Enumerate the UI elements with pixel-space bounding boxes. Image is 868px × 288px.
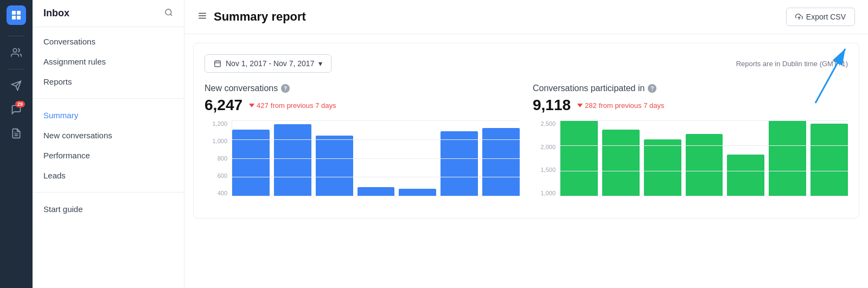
bar-g-5 bbox=[727, 155, 764, 196]
hamburger-icon[interactable] bbox=[197, 11, 207, 23]
metric-value-participated: 9,118 bbox=[533, 97, 571, 114]
page-title: Summary report bbox=[214, 10, 306, 24]
bar-5 bbox=[399, 189, 436, 196]
metric-header-new-conv: New conversations ? bbox=[205, 84, 520, 93]
nav-item-conversations[interactable]: Conversations bbox=[33, 31, 184, 52]
metric-change-participated: 282 from previous 7 days bbox=[577, 101, 664, 110]
metric-value-row-new-conv: 6,247 427 from previous 7 days bbox=[205, 97, 520, 114]
bar-g-6 bbox=[769, 120, 806, 196]
y-label: 600 bbox=[218, 172, 227, 179]
svg-rect-1 bbox=[17, 11, 21, 15]
y-label: 2,500 bbox=[540, 120, 556, 127]
y-axis-new-conv: 1,200 1,000 800 600 400 bbox=[205, 120, 229, 196]
report-area: Nov 1, 2017 - Nov 7, 2017 ▾ Reports are … bbox=[184, 34, 868, 288]
change-text-new-conv: from previous 7 days bbox=[271, 101, 336, 110]
bars-new-conv bbox=[232, 120, 520, 196]
nav-item-performance[interactable]: Performance bbox=[33, 145, 184, 165]
nav-title: Inbox bbox=[43, 8, 69, 19]
metric-header-participated: Conversations participated in ? bbox=[533, 84, 848, 93]
bar-4 bbox=[358, 187, 395, 196]
metric-value-row-participated: 9,118 282 from previous 7 days bbox=[533, 97, 848, 114]
bar-6 bbox=[441, 131, 478, 196]
metric-label-new-conv: New conversations bbox=[205, 84, 278, 93]
svg-point-4 bbox=[13, 49, 17, 53]
change-value-participated: 282 bbox=[585, 101, 597, 110]
y-label: 2,000 bbox=[540, 144, 556, 150]
bar-7 bbox=[482, 128, 520, 196]
bar-g-7 bbox=[810, 124, 848, 196]
notification-badge: 29 bbox=[15, 101, 25, 107]
icon-strip: 29 bbox=[0, 0, 33, 288]
header-left: Summary report bbox=[197, 10, 306, 24]
down-arrow-icon-new-conv bbox=[249, 104, 254, 107]
chart-participated: 2,500 2,000 1,500 1,000 bbox=[533, 120, 848, 207]
change-text-participated: from previous 7 days bbox=[599, 101, 665, 110]
bar-g-4 bbox=[686, 134, 723, 196]
y-label: 1,200 bbox=[212, 120, 227, 127]
svg-rect-2 bbox=[12, 16, 16, 20]
svg-rect-0 bbox=[12, 11, 16, 15]
people-icon[interactable] bbox=[7, 43, 26, 62]
date-picker-button[interactable]: Nov 1, 2017 - Nov 7, 2017 ▾ bbox=[205, 54, 331, 73]
nav-item-new-conversations[interactable]: New conversations bbox=[33, 125, 184, 145]
search-icon[interactable] bbox=[164, 8, 173, 19]
metric-value-new-conv: 6,247 bbox=[205, 97, 242, 114]
svg-rect-17 bbox=[215, 61, 221, 67]
nav-item-leads[interactable]: Leads bbox=[33, 165, 184, 185]
bar-2 bbox=[274, 124, 311, 196]
nav-section-bottom: Start guide bbox=[33, 195, 184, 223]
send-icon[interactable] bbox=[7, 76, 26, 95]
y-label: 1,000 bbox=[540, 190, 556, 196]
export-csv-button[interactable]: Export CSV bbox=[786, 8, 855, 26]
chat-icon[interactable]: 29 bbox=[7, 100, 26, 119]
bar-g-1 bbox=[560, 120, 598, 196]
y-label: 1,500 bbox=[540, 167, 556, 173]
svg-line-10 bbox=[170, 14, 172, 16]
nav-section-reports: Summary New conversations Performance Le… bbox=[33, 101, 184, 190]
divider-2 bbox=[8, 69, 24, 69]
metric-change-new-conv: 427 from previous 7 days bbox=[249, 101, 336, 110]
report-card: Nov 1, 2017 - Nov 7, 2017 ▾ Reports are … bbox=[193, 43, 859, 219]
filter-bar: Nov 1, 2017 - Nov 7, 2017 ▾ Reports are … bbox=[205, 54, 848, 73]
y-axis-participated: 2,500 2,000 1,500 1,000 bbox=[533, 120, 558, 196]
change-value-new-conv: 427 bbox=[257, 101, 269, 110]
date-range-text: Nov 1, 2017 - Nov 7, 2017 bbox=[226, 59, 314, 68]
y-label: 800 bbox=[218, 155, 227, 162]
chart-new-conv: 1,200 1,000 800 600 400 bbox=[205, 120, 520, 207]
down-arrow-icon-participated bbox=[577, 104, 583, 107]
metrics-row: New conversations ? 6,247 427 from previ… bbox=[205, 84, 848, 207]
nav-item-start-guide[interactable]: Start guide bbox=[33, 199, 184, 219]
timezone-note: Reports are in Dublin time (GMT+1) bbox=[736, 60, 848, 68]
y-label: 400 bbox=[218, 190, 227, 196]
app-logo[interactable] bbox=[7, 5, 26, 25]
info-icon-participated[interactable]: ? bbox=[648, 84, 656, 93]
nav-divider-2 bbox=[33, 192, 184, 193]
bars-participated bbox=[560, 120, 848, 196]
main-header: Summary report Export CSV bbox=[184, 0, 868, 34]
nav-item-summary[interactable]: Summary bbox=[33, 105, 184, 125]
bar-3 bbox=[316, 136, 353, 196]
svg-point-9 bbox=[165, 9, 171, 15]
metric-conv-participated: Conversations participated in ? 9,118 28… bbox=[533, 84, 848, 207]
metric-label-participated: Conversations participated in bbox=[533, 84, 644, 93]
bar-1 bbox=[232, 130, 270, 196]
bar-g-2 bbox=[602, 130, 640, 196]
document-icon[interactable] bbox=[7, 124, 26, 143]
nav-sidebar: Inbox Conversations Assignment rules Rep… bbox=[33, 0, 184, 288]
main-content: Summary report Export CSV bbox=[184, 0, 868, 288]
nav-section-main: Conversations Assignment rules Reports bbox=[33, 27, 184, 96]
metric-new-conversations: New conversations ? 6,247 427 from previ… bbox=[205, 84, 520, 207]
nav-header: Inbox bbox=[33, 0, 184, 27]
svg-rect-3 bbox=[17, 16, 21, 20]
info-icon-new-conv[interactable]: ? bbox=[281, 84, 290, 93]
nav-item-reports[interactable]: Reports bbox=[33, 72, 184, 92]
chevron-down-icon: ▾ bbox=[318, 59, 322, 68]
nav-divider bbox=[33, 98, 184, 99]
divider-1 bbox=[8, 36, 24, 36]
bar-g-3 bbox=[644, 139, 681, 196]
y-label: 1,000 bbox=[212, 138, 227, 144]
nav-item-assignment-rules[interactable]: Assignment rules bbox=[33, 52, 184, 72]
